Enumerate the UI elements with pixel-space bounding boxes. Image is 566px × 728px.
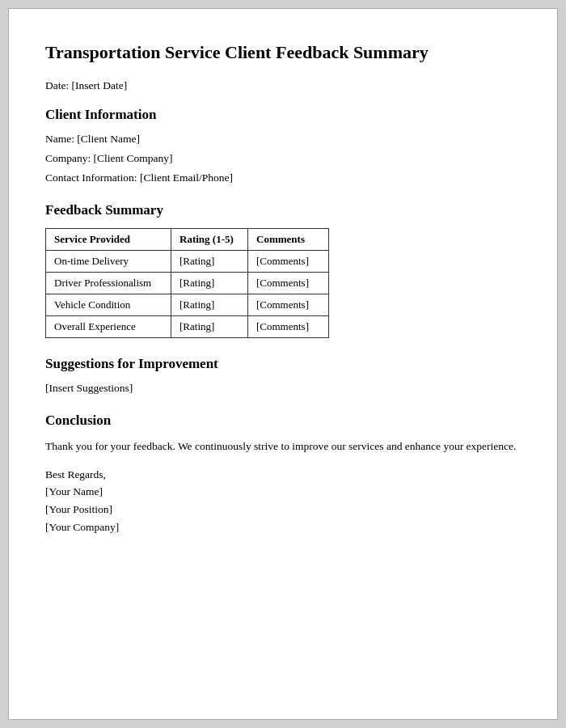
table-cell-r3-c0: Overall Experience [46, 315, 171, 337]
signature-line: [Your Company] [45, 518, 521, 536]
conclusion-text: Thank you for your feedback. We continuo… [45, 438, 521, 455]
client-info-section: Client Information Name: [Client Name] C… [45, 107, 521, 184]
client-name: Name: [Client Name] [45, 133, 521, 146]
table-row: Driver Professionalism[Rating][Comments] [46, 272, 329, 294]
table-cell-r2-c2: [Comments] [248, 294, 329, 315]
date-line: Date: [Insert Date] [45, 79, 521, 92]
page-title: Transportation Service Client Feedback S… [45, 41, 521, 65]
table-cell-r0-c1: [Rating] [171, 250, 248, 272]
col-header-service: Service Provided [46, 228, 171, 250]
signature-line: [Your Position] [45, 501, 521, 518]
table-cell-r3-c1: [Rating] [171, 315, 248, 337]
client-contact: Contact Information: [Client Email/Phone… [45, 171, 521, 184]
table-header-row: Service Provided Rating (1-5) Comments [46, 228, 329, 250]
table-cell-r1-c2: [Comments] [248, 272, 329, 294]
suggestions-text: [Insert Suggestions] [45, 382, 521, 395]
table-cell-r1-c0: Driver Professionalism [46, 272, 171, 294]
col-header-comments: Comments [248, 228, 329, 250]
suggestions-heading: Suggestions for Improvement [45, 356, 521, 372]
col-header-rating: Rating (1-5) [171, 228, 248, 250]
conclusion-heading: Conclusion [45, 413, 521, 429]
suggestions-section: Suggestions for Improvement [Insert Sugg… [45, 356, 521, 395]
client-company: Company: [Client Company] [45, 152, 521, 165]
feedback-heading: Feedback Summary [45, 202, 521, 218]
table-cell-r2-c1: [Rating] [171, 294, 248, 315]
table-cell-r2-c0: Vehicle Condition [46, 294, 171, 315]
table-cell-r0-c0: On-time Delivery [46, 250, 171, 272]
conclusion-section: Conclusion Thank you for your feedback. … [45, 413, 521, 536]
signature-block: Best Regards,[Your Name][Your Position][… [45, 466, 521, 535]
feedback-table: Service Provided Rating (1-5) Comments O… [45, 228, 329, 338]
table-row: Overall Experience[Rating][Comments] [46, 315, 329, 337]
table-row: On-time Delivery[Rating][Comments] [46, 250, 329, 272]
table-row: Vehicle Condition[Rating][Comments] [46, 294, 329, 315]
table-cell-r0-c2: [Comments] [248, 250, 329, 272]
table-cell-r3-c2: [Comments] [248, 315, 329, 337]
signature-line: Best Regards, [45, 466, 521, 484]
feedback-section: Feedback Summary Service Provided Rating… [45, 202, 521, 338]
signature-line: [Your Name] [45, 483, 521, 501]
client-info-heading: Client Information [45, 107, 521, 123]
page-container: Transportation Service Client Feedback S… [8, 8, 558, 720]
table-cell-r1-c1: [Rating] [171, 272, 248, 294]
